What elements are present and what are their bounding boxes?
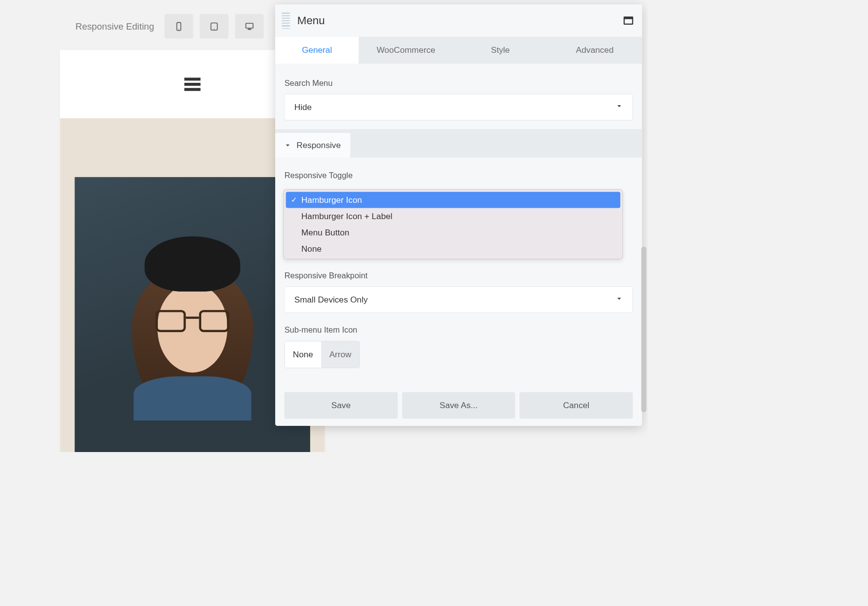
responsive-toggle-label: Responsive Toggle: [285, 171, 633, 180]
panel-title: Menu: [297, 14, 624, 27]
responsive-breakpoint-select[interactable]: Small Devices Only: [285, 286, 633, 313]
window-icon[interactable]: [623, 17, 633, 25]
svg-point-1: [179, 29, 180, 30]
tab-general[interactable]: General: [275, 37, 359, 64]
submenu-icon-toggle: None Arrow: [285, 341, 360, 368]
dropdown-option-hamburger-icon[interactable]: Hamburger Icon: [286, 192, 620, 208]
hamburger-icon[interactable]: [184, 77, 201, 91]
responsive-breakpoint-value: Small Devices Only: [294, 295, 368, 304]
responsive-section-toggle[interactable]: Responsive: [275, 133, 350, 157]
device-desktop-button[interactable]: [235, 14, 264, 38]
cancel-button[interactable]: Cancel: [520, 392, 633, 418]
tab-advanced[interactable]: Advanced: [547, 37, 642, 64]
submenu-icon-arrow[interactable]: Arrow: [321, 341, 360, 368]
tab-woocommerce[interactable]: WooCommerce: [359, 37, 453, 64]
responsive-toggle-dropdown[interactable]: Hamburger Icon Hamburger Icon + Label Me…: [283, 189, 623, 259]
drag-handle-icon[interactable]: [282, 12, 289, 29]
responsive-breakpoint-label: Responsive Breakpoint: [285, 271, 633, 280]
search-menu-label: Search Menu: [285, 78, 633, 88]
svg-rect-5: [248, 28, 251, 29]
responsive-editing-label: Responsive Editing: [75, 21, 154, 32]
responsive-section-row: Responsive: [275, 133, 642, 157]
panel-header[interactable]: Menu: [275, 4, 642, 37]
tablet-icon: [209, 22, 218, 31]
save-button[interactable]: Save: [285, 392, 398, 418]
scrollbar-thumb[interactable]: [641, 247, 646, 413]
device-tablet-button[interactable]: [200, 14, 228, 38]
submenu-icon-none[interactable]: None: [285, 341, 321, 368]
chevron-down-icon: [284, 142, 291, 149]
chevron-down-icon: [615, 295, 623, 304]
save-as-button[interactable]: Save As...: [402, 392, 515, 418]
page-scrollbar[interactable]: [641, 0, 648, 452]
chevron-down-icon: [615, 102, 623, 112]
tab-style[interactable]: Style: [453, 37, 547, 64]
dropdown-option-menu-button[interactable]: Menu Button: [286, 224, 620, 240]
desktop-icon: [245, 22, 254, 31]
responsive-section-label: Responsive: [296, 140, 341, 150]
dropdown-option-hamburger-icon-label[interactable]: Hamburger Icon + Label: [286, 208, 620, 224]
device-phone-button[interactable]: [164, 14, 193, 38]
search-menu-select[interactable]: Hide: [285, 94, 633, 120]
phone-icon: [174, 22, 183, 31]
svg-point-3: [214, 29, 215, 30]
dropdown-option-none[interactable]: None: [286, 240, 620, 257]
svg-rect-4: [246, 23, 253, 28]
panel-footer: Save Save As... Cancel: [285, 392, 633, 418]
search-menu-value: Hide: [294, 102, 312, 112]
submenu-icon-label: Sub-menu Item Icon: [285, 325, 633, 335]
svg-rect-6: [248, 29, 252, 30]
responsive-toolbar: Responsive Editing: [75, 14, 264, 38]
panel-tabs: General WooCommerce Style Advanced: [275, 37, 642, 64]
